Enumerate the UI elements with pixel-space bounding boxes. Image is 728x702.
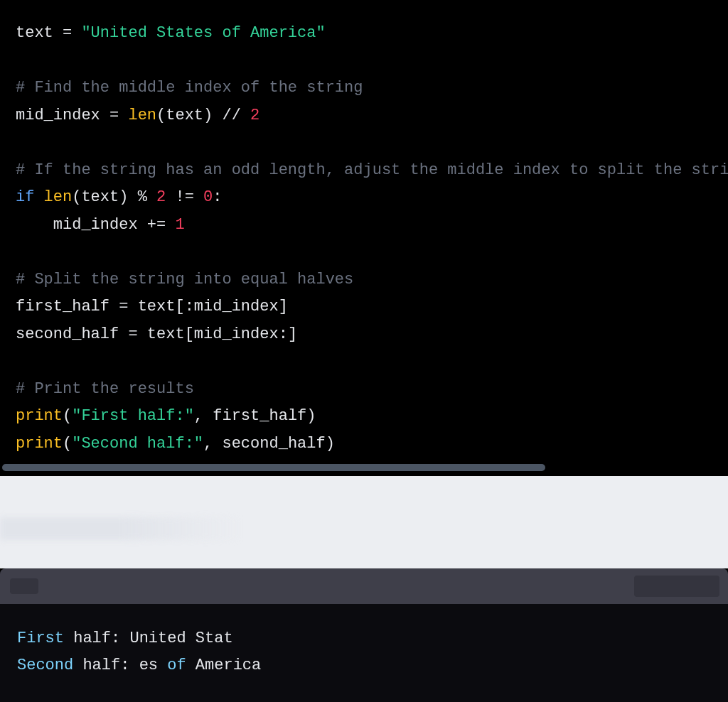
code-token-space <box>34 188 43 206</box>
code-token-variable: first_half <box>16 298 109 315</box>
output-highlight: of <box>167 657 186 674</box>
code-token-variable: second_half <box>16 325 119 343</box>
code-token-paren: ( <box>156 107 166 124</box>
output-text: America <box>186 657 262 674</box>
horizontal-scrollbar[interactable] <box>2 464 726 471</box>
code-line: # Split the string into equal halves <box>16 266 728 294</box>
code-token-number: 0 <box>203 188 213 206</box>
code-token-operator: = <box>109 298 138 315</box>
code-line-blank <box>16 48 728 75</box>
code-line-blank <box>16 348 728 376</box>
code-token-operator: // <box>213 107 250 124</box>
code-token-comment: # Find the middle index of the string <box>16 79 363 97</box>
code-token-string: "First half:" <box>72 407 194 425</box>
output-line: Second half: es of America <box>17 652 728 679</box>
output-label-redacted <box>10 578 38 594</box>
code-token-builtin: print <box>16 435 63 453</box>
code-token-comment: # If the string has an odd length, adjus… <box>16 161 728 179</box>
code-token-paren: ( <box>63 407 72 425</box>
code-token-number: 2 <box>250 107 259 124</box>
code-token-variable: second_half <box>222 435 325 453</box>
code-token-variable: mid_index <box>53 216 138 234</box>
code-token-paren: ) <box>306 407 316 425</box>
code-line: mid_index = len(text) // 2 <box>16 102 728 130</box>
code-token-keyword: if <box>16 188 34 206</box>
code-line: if len(text) % 2 != 0: <box>16 184 728 212</box>
code-editor[interactable]: text = "United States of America" # Find… <box>0 0 728 476</box>
code-token-comment: # Split the string into equal halves <box>16 271 353 288</box>
code-token-paren: ( <box>72 188 81 206</box>
code-line: second_half = text[mid_index:] <box>16 321 728 349</box>
output-body: First half: United Stat Second half: es … <box>0 604 728 679</box>
code-token-builtin: len <box>128 107 156 124</box>
code-token-number: 2 <box>156 188 166 206</box>
code-token-paren: ) <box>203 107 213 124</box>
output-panel: First half: United Stat Second half: es … <box>0 568 728 702</box>
code-token-operator: % <box>128 188 156 206</box>
code-token-variable: text <box>16 24 53 42</box>
code-token-string: "United States of America" <box>81 24 325 42</box>
code-token-paren: ) <box>326 435 335 453</box>
output-text: half: es <box>73 657 167 674</box>
code-token-operator: += <box>138 216 176 234</box>
code-token-operator: = <box>53 24 82 42</box>
code-token-variable: text <box>81 188 119 206</box>
code-token-operator: = <box>100 107 129 124</box>
output-header <box>0 568 728 604</box>
code-token-variable: mid_index <box>16 107 100 124</box>
code-token-builtin: len <box>44 188 73 206</box>
code-token-variable: text <box>166 107 203 124</box>
code-token-string: "Second half:" <box>72 435 203 453</box>
code-line: first_half = text[:mid_index] <box>16 293 728 321</box>
code-token-expression: text[:mid_index] <box>138 298 288 315</box>
output-action-redacted[interactable] <box>634 576 719 597</box>
redacted-label <box>0 517 242 540</box>
output-highlight: Second <box>17 657 73 674</box>
code-line: # Print the results <box>16 376 728 404</box>
output-text: half: United Stat <box>64 630 233 647</box>
code-token-comment: # Print the results <box>16 380 194 398</box>
horizontal-scrollbar-thumb[interactable] <box>2 464 545 471</box>
code-token-paren: ) <box>119 188 128 206</box>
code-token-indent <box>16 216 53 234</box>
content-gap <box>0 476 728 568</box>
code-token-number: 1 <box>175 216 184 234</box>
code-token-operator: : <box>213 188 222 206</box>
code-line: print("Second half:", second_half) <box>16 431 728 458</box>
output-highlight: First <box>17 630 64 647</box>
code-token-paren: ( <box>63 435 72 453</box>
code-token-operator: != <box>166 188 203 206</box>
code-line: mid_index += 1 <box>16 212 728 239</box>
code-line: # If the string has an odd length, adjus… <box>16 157 728 185</box>
code-line-blank <box>16 239 728 266</box>
code-line: text = "United States of America" <box>16 20 728 48</box>
code-token-operator: , <box>203 435 222 453</box>
code-token-operator: = <box>119 325 147 343</box>
output-line: First half: United Stat <box>17 625 728 652</box>
code-line-blank <box>16 129 728 157</box>
code-token-expression: text[mid_index:] <box>147 325 297 343</box>
code-token-operator: , <box>194 407 213 425</box>
code-token-builtin: print <box>16 407 63 425</box>
code-line: # Find the middle index of the string <box>16 75 728 102</box>
code-token-variable: first_half <box>213 407 306 425</box>
code-line: print("First half:", first_half) <box>16 403 728 431</box>
